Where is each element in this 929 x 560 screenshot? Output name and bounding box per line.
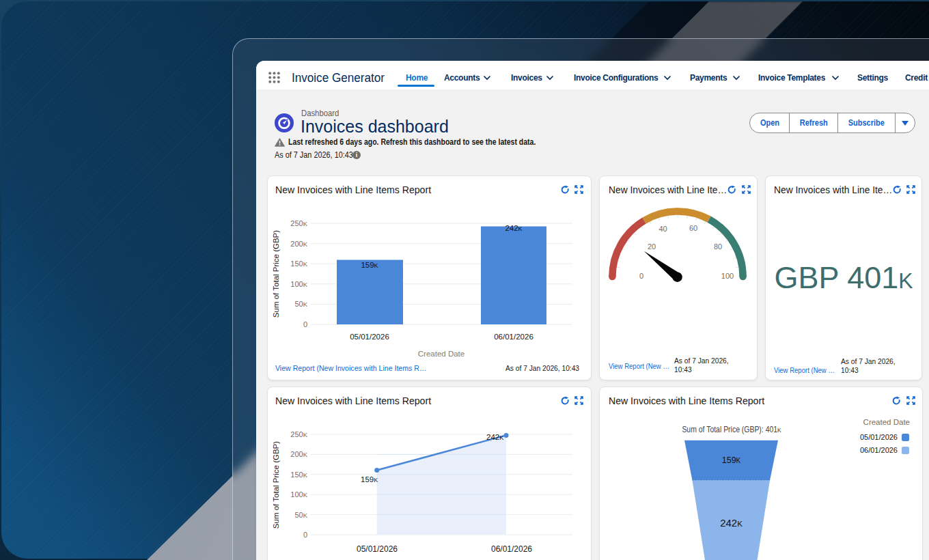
svg-text:0: 0 — [303, 320, 307, 328]
svg-text:150K: 150K — [290, 260, 307, 268]
svg-text:40: 40 — [658, 225, 667, 233]
svg-text:242K: 242K — [505, 224, 522, 232]
svg-text:06/01/2026: 06/01/2026 — [491, 544, 532, 554]
svg-text:100K: 100K — [290, 490, 307, 499]
svg-text:242K: 242K — [486, 433, 503, 441]
svg-text:50K: 50K — [294, 511, 307, 519]
svg-text:159K: 159K — [722, 456, 741, 465]
svg-text:200K: 200K — [290, 240, 307, 248]
svg-text:150K: 150K — [290, 471, 307, 479]
svg-text:05/01/2026: 05/01/2026 — [350, 333, 389, 341]
svg-text:80: 80 — [714, 242, 722, 251]
svg-text:50K: 50K — [294, 300, 307, 308]
svg-text:100K: 100K — [290, 280, 307, 288]
svg-text:Created Date: Created Date — [418, 350, 464, 358]
svg-text:0: 0 — [639, 272, 643, 280]
svg-text:250K: 250K — [290, 219, 307, 227]
svg-text:159K: 159K — [361, 261, 378, 269]
svg-text:60: 60 — [689, 224, 697, 232]
svg-text:Sum of Total Price (GBP): Sum of Total Price (GBP) — [272, 230, 280, 318]
svg-text:159K: 159K — [361, 475, 378, 484]
svg-text:250K: 250K — [290, 430, 307, 438]
svg-text:20: 20 — [648, 242, 656, 251]
svg-text:05/01/2026: 05/01/2026 — [357, 544, 398, 554]
svg-text:Sum of Total Price (GBP): Sum of Total Price (GBP) — [272, 441, 280, 529]
svg-text:0: 0 — [303, 531, 307, 539]
svg-text:100: 100 — [721, 272, 734, 280]
svg-text:200K: 200K — [290, 450, 307, 458]
svg-text:06/01/2026: 06/01/2026 — [494, 333, 533, 341]
